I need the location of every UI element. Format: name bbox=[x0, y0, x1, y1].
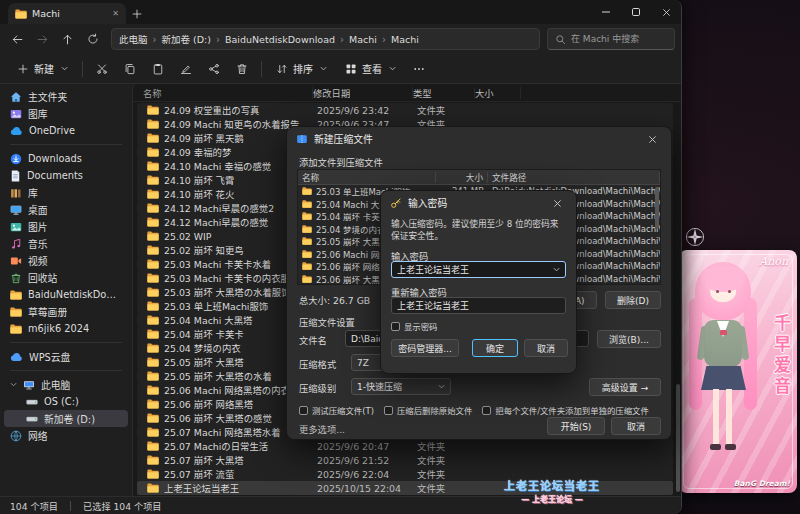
sidebar-item-recycle[interactable]: 回收站 bbox=[4, 269, 128, 286]
remove-files-button[interactable]: 删除(D) bbox=[605, 291, 661, 309]
breadcrumb-item[interactable]: 新加卷 (D:) bbox=[162, 32, 211, 46]
maximize-button[interactable] bbox=[621, 0, 651, 24]
checkbox-icon[interactable] bbox=[299, 406, 308, 415]
column-header-type[interactable]: 类型 bbox=[413, 87, 475, 99]
delete-original-option[interactable]: 压缩后删除原始文件 bbox=[384, 404, 472, 416]
tab-close-icon[interactable]: ✕ bbox=[112, 9, 119, 18]
copy-button[interactable] bbox=[117, 57, 143, 81]
sidebar-item-baidunetdisk[interactable]: BaiduNetdiskDownload bbox=[4, 286, 128, 303]
column-header-name[interactable]: 名称 bbox=[143, 87, 313, 99]
rename-button[interactable] bbox=[173, 57, 199, 81]
dialog-title: 新建压缩文件 bbox=[314, 132, 373, 146]
cancel-button[interactable]: 取消 bbox=[611, 417, 661, 435]
password-combo[interactable] bbox=[391, 261, 566, 278]
breadcrumb[interactable]: 此电脑›新加卷 (D:)›BaiduNetdiskDownload›Machi›… bbox=[111, 28, 540, 50]
sidebar-item-m6jik6[interactable]: m6jik6 2024 bbox=[4, 320, 128, 337]
view-button[interactable]: 查看 bbox=[337, 57, 404, 81]
folder-icon bbox=[10, 307, 22, 317]
show-password-option[interactable]: 显示密码 bbox=[391, 320, 438, 332]
view-button-label: 查看 bbox=[362, 61, 382, 76]
sidebar-item-documents[interactable]: Documents bbox=[4, 167, 128, 184]
file-name: 25.07 崩坏 大黑塔 bbox=[164, 453, 244, 467]
recycle-icon bbox=[10, 272, 22, 284]
archive-col-size[interactable]: 大小 bbox=[436, 172, 488, 183]
ok-button[interactable]: 确定 bbox=[472, 339, 518, 357]
sidebar-item-desktop[interactable]: 桌面 bbox=[4, 201, 128, 218]
sidebar-item-videos[interactable]: 视频 bbox=[4, 252, 128, 269]
delete-button[interactable] bbox=[229, 57, 255, 81]
breadcrumb-item[interactable]: Machi bbox=[391, 34, 419, 45]
sidebar-item-library[interactable]: 库 bbox=[4, 184, 128, 201]
share-button[interactable] bbox=[201, 57, 227, 81]
up-button[interactable] bbox=[56, 28, 79, 50]
test-archive-option[interactable]: 测试压缩文件(T) bbox=[299, 404, 374, 416]
new-button[interactable]: 新建 bbox=[9, 57, 76, 81]
sidebar-divider bbox=[10, 342, 122, 343]
forward-button[interactable] bbox=[31, 28, 54, 50]
minimize-button[interactable] bbox=[591, 0, 621, 24]
new-tab-button[interactable] bbox=[126, 3, 148, 24]
sidebar-item-strawberry[interactable]: 草莓画册 bbox=[4, 303, 128, 320]
file-name-cell: 上老王论坛当老王 bbox=[147, 481, 317, 495]
explorer-tab[interactable]: Machi ✕ bbox=[8, 3, 126, 24]
password-input[interactable] bbox=[397, 265, 547, 275]
start-button[interactable]: 开始(S) bbox=[547, 417, 605, 435]
close-button[interactable] bbox=[651, 0, 681, 24]
column-header-date[interactable]: 修改日期 bbox=[313, 87, 413, 99]
sidebar-item-home[interactable]: 主文件夹 bbox=[4, 88, 128, 105]
checkbox-icon[interactable] bbox=[384, 406, 393, 415]
cancel-button[interactable]: 取消 bbox=[524, 339, 568, 357]
file-row[interactable]: 上老王论坛当老王2025/10/15 22:04文件夹 bbox=[137, 481, 673, 495]
sidebar-item-network[interactable]: 网络 bbox=[4, 427, 128, 444]
password-manager-button[interactable]: 密码管理器... bbox=[391, 339, 459, 357]
column-header-size[interactable]: 大小 bbox=[475, 87, 521, 99]
chevron-down-icon bbox=[61, 66, 68, 71]
paste-button[interactable] bbox=[145, 57, 171, 81]
close-icon[interactable] bbox=[547, 199, 567, 208]
search-input[interactable] bbox=[571, 34, 667, 44]
archive-col-path[interactable]: 文件路径 bbox=[488, 172, 660, 183]
separate-archives-option[interactable]: 把每个文件/文件夹添加到单独的压缩文件 bbox=[482, 404, 649, 416]
folder-icon bbox=[302, 225, 312, 233]
archive-col-name[interactable]: 名称 bbox=[298, 172, 436, 183]
checkbox-icon[interactable] bbox=[391, 322, 400, 331]
confirm-password-field[interactable] bbox=[391, 297, 566, 314]
sidebar-item-onedrive[interactable]: OneDrive bbox=[4, 122, 128, 139]
file-row[interactable]: 25.07 崩坏 流萤2025/9/6 22:04文件夹 bbox=[137, 467, 673, 481]
browse-button[interactable]: 浏览(B)... bbox=[597, 330, 661, 348]
folder-icon bbox=[302, 237, 312, 245]
search-box[interactable] bbox=[547, 28, 675, 50]
sidebar-item-thispc[interactable]: 此电脑 bbox=[4, 376, 128, 393]
sidebar-item-downloads[interactable]: Downloads bbox=[4, 150, 128, 167]
archive-scrollbar[interactable] bbox=[655, 187, 659, 229]
back-button[interactable] bbox=[6, 28, 29, 50]
breadcrumb-item[interactable]: 此电脑 bbox=[119, 32, 148, 46]
scrollbar[interactable] bbox=[676, 104, 680, 492]
sidebar-item-label: BaiduNetdiskDownload bbox=[28, 289, 122, 300]
poster-signature: Anon bbox=[759, 255, 788, 268]
more-button[interactable] bbox=[406, 57, 432, 81]
close-icon[interactable] bbox=[642, 135, 662, 144]
confirm-password-input[interactable] bbox=[397, 301, 560, 311]
settings-section-label: 压缩文件设置 bbox=[299, 315, 355, 329]
breadcrumb-item[interactable]: BaiduNetdiskDownload bbox=[225, 34, 335, 45]
sidebar-item-new-d[interactable]: 新加卷 (D:) bbox=[4, 410, 128, 427]
sidebar-item-wps[interactable]: WPS云盘 bbox=[4, 348, 128, 365]
sidebar-item-music[interactable]: 音乐 bbox=[4, 235, 128, 252]
sidebar-item-os-c[interactable]: OS (C:) bbox=[4, 393, 128, 410]
file-row[interactable]: 25.07 崩坏 大黑塔2025/9/6 21:52文件夹 bbox=[137, 453, 673, 467]
sort-button[interactable]: 排序 bbox=[268, 57, 335, 81]
checkbox-icon[interactable] bbox=[482, 406, 491, 415]
sidebar-item-pictures[interactable]: 图片 bbox=[4, 218, 128, 235]
advanced-settings-button[interactable]: 高级设置 → bbox=[589, 378, 661, 396]
chevron-down-icon[interactable] bbox=[553, 267, 560, 272]
file-row[interactable]: 24.09 权堂重出の写真2025/9/6 23:42文件夹 bbox=[137, 103, 673, 117]
level-select[interactable]: 1-快速压缩 bbox=[351, 378, 451, 395]
file-row[interactable]: 25.07 Machiの日常生活2025/9/6 20:47文件夹 bbox=[137, 439, 673, 453]
scrollbar-thumb[interactable] bbox=[676, 384, 680, 492]
sidebar-item-gallery[interactable]: 图库 bbox=[4, 105, 128, 122]
cut-button[interactable] bbox=[89, 57, 115, 81]
breadcrumb-item[interactable]: Machi bbox=[349, 34, 377, 45]
more-options-link[interactable]: 更多选项... bbox=[299, 422, 345, 436]
refresh-button[interactable] bbox=[81, 28, 104, 50]
